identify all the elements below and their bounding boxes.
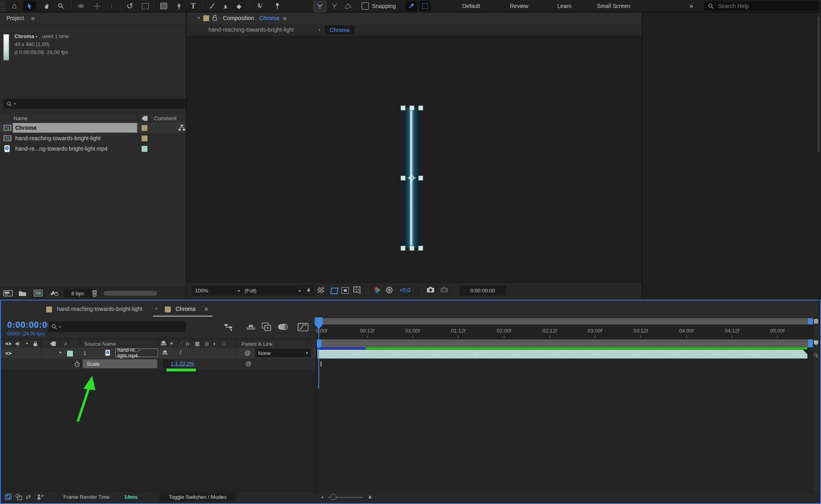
anchor-point-icon[interactable]: [407, 173, 417, 183]
selection-handle[interactable]: [400, 105, 406, 111]
dolly-camera-tool-icon[interactable]: ↕: [105, 1, 118, 11]
roto-brush-tool-icon[interactable]: [253, 1, 266, 11]
composition-panel-menu-icon[interactable]: ≡: [283, 15, 287, 22]
column-header-source-name[interactable]: Source Name: [84, 341, 116, 347]
hide-shy-layers-icon[interactable]: [245, 323, 257, 331]
brush-tool-icon[interactable]: [205, 1, 218, 11]
exposure-value[interactable]: +0,0: [399, 287, 410, 293]
tab-label-swatch[interactable]: [164, 306, 171, 313]
breadcrumb-parent[interactable]: hand-reaching-towards-bright-light: [208, 26, 294, 33]
table-row[interactable]: hand-reaching-towards-bright-light: [0, 133, 186, 143]
flowchart-icon[interactable]: [178, 124, 186, 131]
unlock-icon[interactable]: [212, 14, 218, 21]
new-composition-icon[interactable]: [34, 290, 42, 296]
collapse-transformations-column-icon[interactable]: ☀: [169, 341, 174, 347]
selection-handle[interactable]: [418, 246, 423, 251]
composition-mini-flowchart-icon[interactable]: [224, 323, 234, 332]
expand-layer-switches-icon[interactable]: [5, 494, 12, 500]
zoom-tool-icon[interactable]: [55, 1, 67, 11]
zoom-in-mountain-icon[interactable]: ▲: [367, 493, 373, 500]
selection-handle[interactable]: [418, 175, 423, 181]
layer-duration-bar[interactable]: [317, 350, 807, 359]
project-row-name[interactable]: Chroma: [15, 125, 36, 131]
composition-viewer[interactable]: [187, 36, 641, 282]
transparency-grid-icon[interactable]: [317, 287, 324, 293]
expand-transfer-controls-icon[interactable]: [15, 494, 22, 500]
project-item-name[interactable]: Chroma: [14, 33, 34, 39]
breadcrumb-current-chip[interactable]: Chroma: [325, 25, 354, 34]
timeline-search-box[interactable]: ▾: [48, 321, 186, 332]
table-row[interactable]: hand-re...ng-towards-bright-light.mp4: [0, 143, 186, 154]
workspace-tab-default[interactable]: Default: [462, 0, 480, 12]
toolbar-grip[interactable]: [0, 1, 6, 11]
solo-column-icon[interactable]: ●: [26, 341, 28, 345]
project-item-caret-icon[interactable]: ▾: [36, 34, 38, 39]
snap-to-edges-icon[interactable]: [406, 1, 417, 11]
layer-label-swatch[interactable]: [67, 350, 73, 357]
comp-button-icon[interactable]: [813, 353, 819, 358]
project-panel-title[interactable]: Project: [6, 15, 24, 21]
motion-blur-column-icon[interactable]: ◎: [204, 341, 209, 347]
comp-marker-shield-icon[interactable]: [813, 340, 819, 346]
color-depth-button[interactable]: 8 bpc: [63, 289, 92, 298]
selection-handle[interactable]: [409, 246, 415, 251]
close-icon[interactable]: ×: [197, 15, 200, 21]
label-color-swatch[interactable]: [141, 145, 148, 152]
composition-tab-label[interactable]: Composition: [223, 15, 254, 21]
selection-handle[interactable]: [418, 105, 423, 111]
project-row-name[interactable]: hand-reaching-towards-bright-light: [15, 135, 101, 141]
layer-quality-switch-icon[interactable]: /: [180, 349, 181, 356]
time-ruler[interactable]: 0:00f 00:12f 01:00f 01:12f 02:00f 02:12f…: [317, 325, 813, 339]
zoom-out-mountain-icon[interactable]: ▲: [321, 495, 324, 499]
rotation-tool-icon[interactable]: ↺: [123, 1, 136, 11]
layer-name-box[interactable]: hand-re...-light.mp4: [115, 349, 158, 357]
playhead-line[interactable]: [318, 325, 319, 389]
close-icon[interactable]: ×: [155, 306, 158, 312]
project-row-name[interactable]: hand-re...ng-towards-bright-light.mp4: [15, 145, 107, 152]
snap-to-features-icon[interactable]: [419, 1, 431, 11]
playhead-pointer[interactable]: [315, 325, 323, 329]
type-tool-icon[interactable]: T: [187, 1, 200, 11]
show-snapshot-icon[interactable]: [440, 286, 448, 293]
rectangle-tool-icon[interactable]: [157, 1, 170, 11]
hand-tool-icon[interactable]: [40, 1, 53, 11]
label-column-tag-icon[interactable]: [50, 341, 56, 347]
selection-handle[interactable]: [409, 105, 415, 111]
parent-dropdown[interactable]: None▾: [255, 349, 311, 357]
frame-blending-icon[interactable]: [261, 322, 272, 332]
puppet-pin-tool-icon[interactable]: [271, 1, 284, 11]
property-name-box[interactable]: Scale: [83, 359, 157, 368]
horizontal-scrollbar[interactable]: [103, 291, 157, 296]
region-of-interest-icon[interactable]: [342, 287, 349, 294]
camera-tool-icon[interactable]: [139, 1, 152, 11]
playhead-head[interactable]: [315, 317, 323, 325]
label-column-tag-icon[interactable]: [141, 115, 148, 121]
world-axis-mode-icon[interactable]: [328, 1, 341, 11]
quality-column-icon[interactable]: ⋰: [178, 341, 183, 347]
snapshot-camera-icon[interactable]: [427, 286, 435, 293]
trash-icon[interactable]: [91, 290, 98, 297]
comp-marker-bin-button[interactable]: [814, 319, 818, 324]
exposure-shutter-icon[interactable]: [386, 286, 393, 294]
column-header-parent-link[interactable]: Parent & Link: [241, 341, 273, 347]
time-navigator-bar[interactable]: [317, 318, 813, 325]
work-area-end-handle[interactable]: [808, 339, 813, 347]
selection-handle[interactable]: [400, 246, 406, 251]
composition-tab-comp-name[interactable]: Chroma: [259, 15, 279, 21]
view-axis-mode-icon[interactable]: [342, 1, 354, 11]
table-row[interactable]: Chroma: [0, 123, 186, 133]
workspace-overflow-icon[interactable]: »: [690, 0, 693, 12]
grid-guides-icon[interactable]: [353, 286, 362, 294]
magnification-dropdown[interactable]: 100%▾: [192, 286, 243, 296]
frame-blend-column-icon[interactable]: ▦: [195, 341, 200, 347]
comp-timecode-display[interactable]: 0:00:00:00: [459, 286, 506, 296]
project-panel-menu-icon[interactable]: ≡: [31, 15, 35, 22]
scale-value[interactable]: 1,1,22,2%: [171, 361, 194, 367]
clone-stamp-tool-icon[interactable]: [219, 1, 232, 11]
eraser-tool-icon[interactable]: ◆: [233, 1, 245, 11]
parent-pickwhip-icon[interactable]: @: [245, 349, 251, 356]
proxy-toggle-icon[interactable]: [50, 290, 59, 296]
workspace-tab-review[interactable]: Review: [510, 0, 528, 12]
layer-shy-switch-icon[interactable]: [162, 350, 168, 356]
new-folder-icon[interactable]: [18, 290, 26, 296]
